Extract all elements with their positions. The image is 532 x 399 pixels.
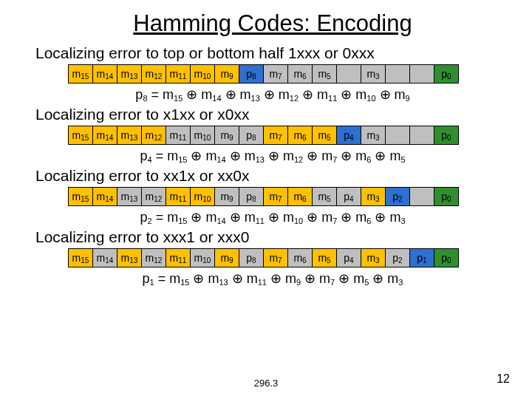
bit-cell: m5 <box>312 64 337 83</box>
course-number: 296.3 <box>0 378 532 389</box>
bit-cell <box>385 64 410 83</box>
bit-cell: p4 <box>336 248 361 267</box>
bit-cell: m12 <box>141 248 166 267</box>
bit-cell: p8 <box>239 64 264 83</box>
slide: Hamming Codes: Encoding Localizing error… <box>0 0 532 287</box>
bit-cell: m3 <box>361 187 386 206</box>
bit-cell: m14 <box>92 64 117 83</box>
bit-cell: p0 <box>434 126 459 145</box>
bit-cell: p0 <box>434 64 459 83</box>
bit-strip: m15m14m13m12m11m10m9p8m7m6m5p4m3p2p1p0 <box>68 248 510 267</box>
slide-title: Hamming Codes: Encoding <box>35 10 510 37</box>
bit-cell: m6 <box>287 187 313 206</box>
localize-text: Localizing error to top or bottom half 1… <box>35 44 510 62</box>
bit-cell: p4 <box>336 126 361 145</box>
bit-cell: m13 <box>117 187 142 206</box>
bit-cell <box>336 64 361 83</box>
bit-cell: m11 <box>166 126 191 145</box>
bit-cell: p4 <box>336 187 361 206</box>
bit-strip: m15m14m13m12m11m10m9p8m7m6m5p4m3p2p0 <box>68 187 510 206</box>
bit-cell: m9 <box>214 126 239 145</box>
bit-cell: p8 <box>239 187 264 206</box>
bit-cell: p2 <box>385 248 410 267</box>
bit-cell: m13 <box>117 248 142 267</box>
localize-text: Localizing error to xxx1 or xxx0 <box>35 228 510 246</box>
bit-cell: p8 <box>239 248 264 267</box>
bit-cell: m6 <box>287 64 313 83</box>
bit-cell: m10 <box>190 126 215 145</box>
bit-strip: m15m14m13m12m11m10m9p8m7m6m5m3p0 <box>68 64 510 83</box>
bit-cell: m11 <box>166 64 191 83</box>
parity-equation: p2 = m15 ⊕ m14 ⊕ m11 ⊕ m10 ⊕ m7 ⊕ m6 ⊕ m… <box>35 209 510 225</box>
bit-cell: m10 <box>190 64 215 83</box>
bit-cell: m9 <box>214 248 239 267</box>
bit-cell: m15 <box>68 248 93 267</box>
bit-cell: p0 <box>434 187 459 206</box>
bit-cell: m9 <box>214 64 239 83</box>
bit-cell <box>409 187 434 206</box>
bit-cell: m15 <box>68 126 93 145</box>
bit-cell: m7 <box>263 126 288 145</box>
parity-equation: p4 = m15 ⊕ m14 ⊕ m13 ⊕ m12 ⊕ m7 ⊕ m6 ⊕ m… <box>35 148 510 164</box>
bit-cell: m13 <box>117 126 142 145</box>
bit-cell <box>385 126 410 145</box>
bit-cell <box>409 126 434 145</box>
bit-cell: m11 <box>166 248 191 267</box>
bit-cell: m11 <box>166 187 191 206</box>
bit-cell: m5 <box>312 187 337 206</box>
bit-strip: m15m14m13m12m11m10m9p8m7m6m5p4m3p0 <box>68 126 510 145</box>
bit-cell <box>409 64 434 83</box>
bit-cell: m5 <box>312 126 337 145</box>
page-number: 12 <box>497 372 510 386</box>
bit-cell: p1 <box>409 248 434 267</box>
bit-cell: m7 <box>263 248 288 267</box>
bit-cell: m12 <box>141 64 166 83</box>
bit-cell: p0 <box>434 248 459 267</box>
bit-cell: m10 <box>190 187 215 206</box>
bit-cell: m13 <box>117 64 142 83</box>
bit-cell: p8 <box>239 126 264 145</box>
bit-cell: m15 <box>68 187 93 206</box>
bit-cell: m5 <box>312 248 337 267</box>
bit-cell: m3 <box>361 248 386 267</box>
bit-cell: m12 <box>141 126 166 145</box>
localize-text: Localizing error to xx1x or xx0x <box>35 167 510 185</box>
bit-cell: m15 <box>68 64 93 83</box>
localize-text: Localizing error to x1xx or x0xx <box>35 106 510 123</box>
parity-equation: p8 = m15 ⊕ m14 ⊕ m13 ⊕ m12 ⊕ m11 ⊕ m10 ⊕… <box>35 86 510 103</box>
bit-cell: m3 <box>361 64 386 83</box>
bit-cell: m14 <box>92 126 117 145</box>
bit-cell: m12 <box>141 187 166 206</box>
bit-cell: m7 <box>263 187 288 206</box>
bit-cell: m10 <box>190 248 215 267</box>
bit-cell: m9 <box>214 187 239 206</box>
bit-cell: m14 <box>92 187 117 206</box>
bit-cell: m7 <box>263 64 288 83</box>
bit-cell: m3 <box>361 126 386 145</box>
bit-cell: p2 <box>385 187 410 206</box>
bit-cell: m6 <box>287 248 313 267</box>
bit-cell: m6 <box>287 126 313 145</box>
parity-equation: p1 = m15 ⊕ m13 ⊕ m11 ⊕ m9 ⊕ m7 ⊕ m5 ⊕ m3 <box>35 270 510 287</box>
bit-cell: m14 <box>92 248 117 267</box>
